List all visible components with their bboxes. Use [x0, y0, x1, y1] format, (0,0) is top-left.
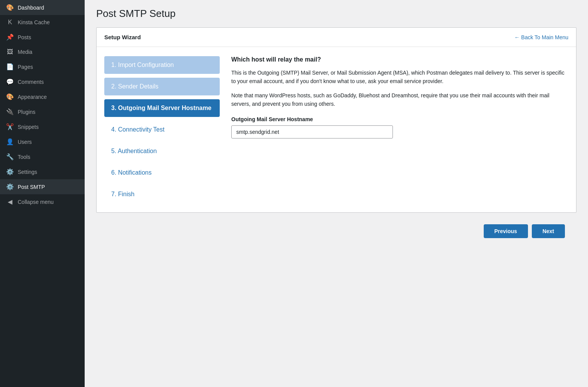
sidebar-label-users: Users — [18, 139, 32, 145]
page-title: Post SMTP Setup — [96, 8, 576, 20]
sidebar-label-tools: Tools — [18, 154, 30, 160]
setup-card: Setup Wizard ← Back To Main Menu 1. Impo… — [96, 27, 576, 213]
field-label: Outgoing Mail Server Hostname — [231, 116, 568, 122]
previous-button[interactable]: Previous — [484, 224, 528, 238]
next-button[interactable]: Next — [532, 224, 565, 238]
content-panel: Which host will relay the mail? This is … — [231, 56, 568, 203]
main-content: Post SMTP Setup Setup Wizard ← Back To M… — [85, 0, 588, 387]
step-step5[interactable]: 5. Authentication — [104, 142, 220, 160]
sidebar-icon-appearance: 🎨 — [6, 93, 14, 100]
sidebar-icon-snippets: ✂️ — [6, 123, 14, 130]
sidebar-item-kinsta-cache[interactable]: KKinsta Cache — [0, 15, 85, 30]
sidebar-icon-pages: 📄 — [6, 63, 14, 70]
sidebar-label-media: Media — [18, 49, 32, 55]
step-step7[interactable]: 7. Finish — [104, 185, 220, 203]
sidebar-label-post-smtp: Post SMTP — [18, 184, 45, 190]
sidebar-icon-collapse-menu: ◀ — [6, 198, 14, 205]
sidebar-icon-comments: 💬 — [6, 78, 14, 85]
sidebar-icon-media: 🖼 — [6, 48, 14, 55]
sidebar-icon-users: 👤 — [6, 138, 14, 145]
footer-buttons: Previous Next — [96, 217, 576, 246]
content-description: This is the Outgoing (SMTP) Mail Server,… — [231, 68, 568, 86]
sidebar-label-collapse-menu: Collapse menu — [18, 199, 53, 205]
sidebar-icon-tools: 🔧 — [6, 153, 14, 160]
sidebar-label-snippets: Snippets — [18, 124, 38, 130]
card-header-title: Setup Wizard — [104, 34, 141, 40]
card-header: Setup Wizard ← Back To Main Menu — [97, 28, 576, 47]
card-body: 1. Import Configuration2. Sender Details… — [97, 47, 576, 212]
content-question: Which host will relay the mail? — [231, 56, 568, 63]
sidebar-item-pages[interactable]: 📄Pages — [0, 59, 85, 74]
sidebar-label-appearance: Appearance — [18, 94, 47, 100]
step-step6[interactable]: 6. Notifications — [104, 164, 220, 182]
step-step1[interactable]: 1. Import Configuration — [104, 56, 220, 74]
sidebar-item-plugins[interactable]: 🔌Plugins — [0, 104, 85, 119]
sidebar-label-kinsta-cache: Kinsta Cache — [18, 19, 50, 25]
hostname-input[interactable] — [231, 125, 393, 138]
sidebar-label-posts: Posts — [18, 34, 31, 40]
sidebar-icon-post-smtp: ⚙️ — [6, 183, 14, 190]
step-step2[interactable]: 2. Sender Details — [104, 78, 220, 95]
sidebar-item-media[interactable]: 🖼Media — [0, 45, 85, 59]
sidebar-item-post-smtp[interactable]: ⚙️Post SMTP — [0, 179, 85, 194]
sidebar-item-collapse-menu[interactable]: ◀Collapse menu — [0, 194, 85, 209]
sidebar-item-users[interactable]: 👤Users — [0, 134, 85, 149]
content-note: Note that many WordPress hosts, such as … — [231, 91, 568, 108]
sidebar-item-tools[interactable]: 🔧Tools — [0, 149, 85, 164]
sidebar-item-snippets[interactable]: ✂️Snippets — [0, 119, 85, 134]
sidebar-item-settings[interactable]: ⚙️Settings — [0, 164, 85, 179]
step-step3[interactable]: 3. Outgoing Mail Server Hostname — [104, 99, 220, 117]
sidebar-label-settings: Settings — [18, 169, 37, 175]
sidebar-item-comments[interactable]: 💬Comments — [0, 74, 85, 89]
step-step4[interactable]: 4. Connectivity Test — [104, 121, 220, 138]
sidebar-icon-kinsta-cache: K — [6, 19, 14, 26]
sidebar-icon-posts: 📌 — [6, 33, 14, 41]
sidebar-item-appearance[interactable]: 🎨Appearance — [0, 89, 85, 104]
sidebar-icon-dashboard: 🎨 — [6, 4, 14, 11]
sidebar-label-pages: Pages — [18, 64, 33, 70]
sidebar-label-comments: Comments — [18, 79, 44, 85]
sidebar-icon-plugins: 🔌 — [6, 108, 14, 115]
steps-panel: 1. Import Configuration2. Sender Details… — [104, 56, 220, 203]
sidebar: 🎨DashboardKKinsta Cache📌Posts🖼Media📄Page… — [0, 0, 85, 387]
sidebar-label-plugins: Plugins — [18, 109, 35, 115]
sidebar-item-posts[interactable]: 📌Posts — [0, 30, 85, 45]
sidebar-label-dashboard: Dashboard — [18, 5, 44, 11]
back-to-main-menu-link[interactable]: ← Back To Main Menu — [514, 34, 568, 40]
sidebar-icon-settings: ⚙️ — [6, 168, 14, 175]
sidebar-item-dashboard[interactable]: 🎨Dashboard — [0, 0, 85, 15]
